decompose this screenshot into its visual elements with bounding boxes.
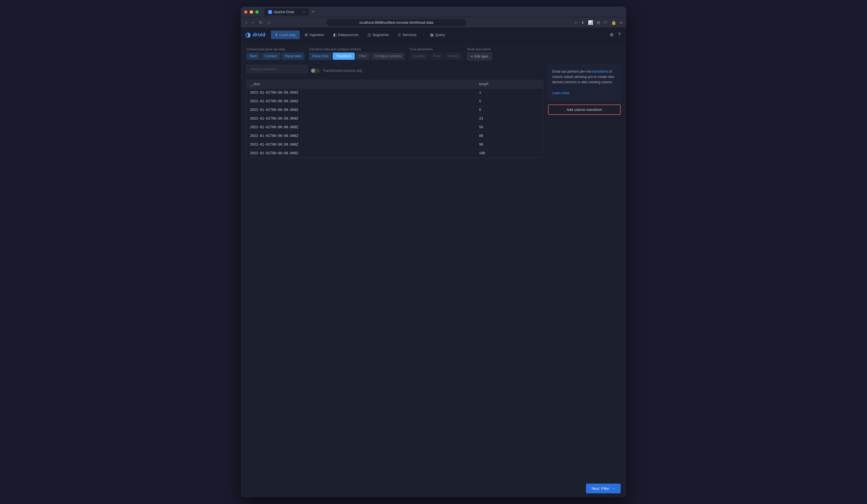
maximize-window-btn[interactable] bbox=[255, 10, 259, 14]
next-label: Next: Filter bbox=[592, 486, 609, 491]
table-row: 2022-01-01T00:00:00.000Z 6 bbox=[247, 106, 543, 115]
forward-btn[interactable]: › bbox=[251, 20, 255, 26]
data-table-element: __time tempF 2022-01-01T00:00:00.000Z 1 bbox=[247, 80, 543, 158]
cell-time-1: 2022-01-01T00:00:00.000Z bbox=[247, 88, 476, 97]
step-buttons-1: Start Connect Parse data bbox=[246, 53, 304, 60]
tab-close-btn[interactable]: × bbox=[303, 10, 305, 14]
table-header: __time tempF bbox=[247, 80, 543, 88]
step-btn-connect[interactable]: Connect bbox=[261, 53, 280, 60]
table-row: 2022-01-01T00:00:00.000Z 56 bbox=[247, 123, 543, 132]
cell-time-7: 2022-01-01T00:00:00.000Z bbox=[247, 140, 476, 149]
cell-tempF-6: 80 bbox=[476, 132, 543, 140]
step-group-label-2: Transform data and configure schema bbox=[309, 47, 405, 51]
add-column-transform-btn[interactable]: Add column transform bbox=[548, 105, 621, 115]
chart-icon[interactable]: 📊 bbox=[588, 20, 593, 25]
side-panel: Druid can perform per-row transforms of … bbox=[548, 65, 621, 474]
nav-item-segments[interactable]: ◫ Segments bbox=[364, 31, 393, 39]
step-buttons-4: ✏ Edit spec bbox=[467, 53, 492, 60]
table-row: 2022-01-01T00:00:00.000Z 80 bbox=[247, 132, 543, 140]
step-btn-parse-data[interactable]: Parse data bbox=[281, 53, 304, 60]
minimize-window-btn[interactable] bbox=[250, 10, 253, 14]
nav-item-ingestion[interactable]: ⊞ Ingestion bbox=[301, 31, 328, 39]
nav-right: ⚙ ? bbox=[609, 31, 622, 39]
table-row: 2022-01-01T00:00:00.000Z 5 bbox=[247, 97, 543, 106]
cell-tempF-8: 100 bbox=[476, 149, 543, 158]
cell-tempF-5: 56 bbox=[476, 123, 543, 132]
nav-item-query[interactable]: ▦ Query bbox=[426, 31, 449, 39]
nav-label-ingestion: Ingestion bbox=[310, 33, 324, 37]
step-group-label-3: Tune parameters bbox=[409, 47, 462, 51]
step-btn-start[interactable]: Start bbox=[246, 53, 260, 60]
menu-icon[interactable]: ≡ bbox=[620, 20, 622, 25]
cell-tempF-2: 5 bbox=[476, 97, 543, 106]
nav-label-query: Query bbox=[435, 33, 445, 37]
refresh-btn[interactable]: ↻ bbox=[258, 19, 264, 26]
footer: Next: Filter → bbox=[241, 480, 626, 497]
step-btn-parse-time[interactable]: Parse time bbox=[309, 53, 332, 60]
step-buttons-2: Parse time Transform Filter Configure sc… bbox=[309, 53, 405, 60]
table-row: 2022-01-01T00:00:00.000Z 23 bbox=[247, 115, 543, 123]
address-bar[interactable] bbox=[327, 19, 466, 26]
query-icon: ▦ bbox=[430, 33, 434, 37]
nav-items: ⬆ Load data ⊞ Ingestion ◧ Datasources ◫ … bbox=[271, 31, 449, 39]
step-group-connect-parse: Connect and parse raw data Start Connect… bbox=[246, 47, 304, 60]
next-filter-btn[interactable]: Next: Filter → bbox=[586, 484, 621, 493]
edit-spec-label: Edit spec bbox=[474, 54, 488, 58]
home-btn[interactable]: ⌂ bbox=[267, 20, 271, 26]
cell-time-6: 2022-01-01T00:00:00.000Z bbox=[247, 132, 476, 140]
ingestion-icon: ⊞ bbox=[305, 33, 308, 37]
cell-tempF-3: 6 bbox=[476, 106, 543, 115]
step-btn-configure-schema[interactable]: Configure schema bbox=[371, 53, 405, 60]
step-btn-filter[interactable]: Filter bbox=[356, 53, 370, 60]
search-columns-input[interactable] bbox=[246, 65, 308, 74]
addressbar: ‹ › ↻ ⌂ ☆ ⬇ 📊 ⊞ 🛡 🔒 ≡ bbox=[241, 17, 626, 28]
nav-item-load-data[interactable]: ⬆ Load data bbox=[271, 31, 300, 39]
logo-icon: ◑ bbox=[245, 31, 250, 39]
lock-icon[interactable]: 🔒 bbox=[611, 20, 617, 25]
step-btn-transform[interactable]: Transform bbox=[333, 53, 354, 60]
step-btn-tune[interactable]: Tune bbox=[430, 53, 444, 60]
info-description-part1: Druid can perform per-row bbox=[552, 69, 592, 74]
grid-icon[interactable]: ⊞ bbox=[597, 20, 600, 25]
load-data-icon: ⬆ bbox=[275, 33, 278, 37]
columns-section: Transformed columns only __time tempF bbox=[246, 65, 621, 474]
close-window-btn[interactable] bbox=[244, 10, 247, 14]
app-nav: ◑ druid ⬆ Load data ⊞ Ingestion ◧ Dataso… bbox=[241, 28, 626, 42]
nav-item-datasources[interactable]: ◧ Datasources bbox=[329, 31, 363, 39]
next-arrow-icon: → bbox=[611, 486, 615, 491]
data-table-wrapper: __time tempF 2022-01-01T00:00:00.000Z 1 bbox=[246, 79, 544, 474]
main-content: Connect and parse raw data Start Connect… bbox=[241, 42, 626, 480]
nav-label-load-data: Load data bbox=[280, 33, 296, 37]
help-btn[interactable]: ? bbox=[617, 31, 622, 39]
cell-time-2: 2022-01-01T00:00:00.000Z bbox=[247, 97, 476, 106]
nav-label-segments: Segments bbox=[373, 33, 389, 37]
toggle-label: Transformed columns only bbox=[323, 69, 362, 73]
nav-item-services[interactable]: ⊙ Services bbox=[394, 31, 420, 39]
cell-tempF-7: 90 bbox=[476, 140, 543, 149]
nav-label-services: Services bbox=[403, 33, 416, 37]
back-btn[interactable]: ‹ bbox=[245, 20, 248, 26]
logo-text: druid bbox=[253, 32, 265, 38]
browser-tab-active[interactable]: D Apache Druid × bbox=[264, 8, 309, 15]
cell-time-5: 2022-01-01T00:00:00.000Z bbox=[247, 123, 476, 132]
step-btn-partition[interactable]: Partition bbox=[409, 53, 428, 60]
download-icon[interactable]: ⬇ bbox=[581, 20, 585, 25]
table-row: 2022-01-01T00:00:00.000Z 100 bbox=[247, 149, 543, 158]
transforms-link[interactable]: transforms bbox=[592, 69, 608, 74]
cell-tempF-1: 1 bbox=[476, 88, 543, 97]
data-table: __time tempF 2022-01-01T00:00:00.000Z 1 bbox=[246, 79, 544, 158]
step-btn-publish[interactable]: Publish bbox=[445, 53, 462, 60]
shield-icon[interactable]: 🛡 bbox=[603, 20, 608, 25]
new-tab-btn[interactable]: + bbox=[310, 9, 317, 15]
col-header-tempF: tempF bbox=[476, 80, 543, 88]
transformed-only-toggle[interactable] bbox=[311, 68, 320, 73]
cell-time-3: 2022-01-01T00:00:00.000Z bbox=[247, 106, 476, 115]
step-btn-edit-spec[interactable]: ✏ Edit spec bbox=[467, 53, 492, 60]
cell-time-8: 2022-01-01T00:00:00.000Z bbox=[247, 149, 476, 158]
step-group-label-4: Verify and submit bbox=[467, 47, 492, 51]
step-group-label-1: Connect and parse raw data bbox=[246, 47, 304, 51]
bookmark-icon[interactable]: ☆ bbox=[574, 20, 578, 25]
table-scroll[interactable]: __time tempF 2022-01-01T00:00:00.000Z 1 bbox=[246, 79, 544, 474]
settings-btn[interactable]: ⚙ bbox=[609, 31, 615, 39]
learn-more-link[interactable]: Learn more bbox=[552, 91, 569, 95]
